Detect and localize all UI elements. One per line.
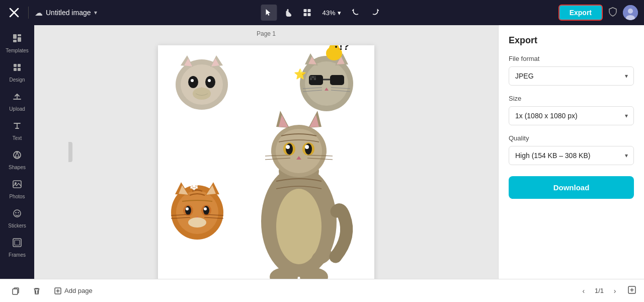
- svg-text:❄: ❄: [189, 180, 198, 193]
- user-avatar[interactable]: [623, 5, 638, 20]
- svg-rect-51: [312, 78, 314, 80]
- download-button[interactable]: Download: [509, 176, 634, 199]
- document-title: Untitled image: [46, 9, 91, 17]
- svg-text:!?: !?: [339, 45, 350, 52]
- svg-point-73: [186, 207, 189, 210]
- topbar-title-area[interactable]: ☁ Untitled image ▾: [35, 8, 97, 18]
- svg-point-32: [188, 76, 198, 88]
- document-icon: ☁: [35, 8, 43, 18]
- hand-tool-button[interactable]: [280, 5, 296, 21]
- export-panel: Export File format JPEG PNG SVG PDF ▾ Si…: [498, 25, 644, 279]
- toolbar-center: 43% ▾: [261, 5, 383, 21]
- size-select[interactable]: 1x (1080 x 1080 px) 2x (2160 x 2160 px) …: [509, 106, 634, 125]
- topbar-divider: [28, 7, 29, 19]
- sidebar-item-text[interactable]: Text: [3, 117, 31, 144]
- export-panel-title: Export: [509, 35, 634, 46]
- photos-label: Photos: [9, 194, 25, 199]
- svg-rect-4: [307, 9, 310, 12]
- svg-rect-48: [312, 76, 314, 78]
- sidebar-item-shapes[interactable]: Shapes: [3, 146, 31, 173]
- topbar: ☁ Untitled image ▾ 43% ▾: [0, 0, 644, 25]
- sidebar-item-templates[interactable]: Templates: [3, 29, 31, 56]
- svg-rect-3: [303, 9, 306, 12]
- stickers-icon: [12, 208, 22, 221]
- templates-label: Templates: [6, 48, 29, 53]
- canvas-area[interactable]: Page 1: [34, 25, 498, 279]
- upload-icon: [12, 92, 22, 104]
- svg-point-22: [15, 212, 16, 213]
- design-icon: [12, 62, 22, 75]
- zoom-chevron-icon: ▾: [338, 9, 341, 17]
- zoom-control[interactable]: 43% ▾: [318, 7, 345, 19]
- copy-page-button[interactable]: [8, 283, 23, 298]
- file-format-field: File format JPEG PNG SVG PDF ▾: [509, 55, 634, 86]
- page-label: Page 1: [257, 30, 276, 37]
- sidebar-item-frames[interactable]: Frames: [3, 234, 31, 261]
- canvas-page[interactable]: !? ⭐: [158, 45, 374, 279]
- quality-label: Quality: [509, 134, 634, 142]
- svg-rect-16: [14, 68, 17, 71]
- svg-point-23: [18, 212, 19, 213]
- svg-rect-10: [13, 34, 17, 39]
- svg-rect-25: [15, 240, 20, 245]
- photos-icon: [12, 179, 22, 192]
- svg-rect-50: [310, 78, 312, 80]
- quality-select[interactable]: Low Medium High (154 KB – 308 KB): [509, 146, 634, 165]
- sidebar-item-stickers[interactable]: Stickers: [3, 204, 31, 232]
- svg-marker-2: [266, 9, 270, 16]
- title-chevron-icon[interactable]: ▾: [94, 9, 97, 16]
- expand-button[interactable]: [628, 286, 636, 296]
- svg-point-20: [15, 182, 17, 184]
- canvas-wrapper: !? ⭐: [34, 25, 498, 279]
- add-page-label: Add page: [64, 287, 93, 294]
- upload-label: Upload: [9, 106, 25, 112]
- grid-tool-button[interactable]: [299, 5, 315, 21]
- redo-button[interactable]: [367, 5, 383, 21]
- svg-point-34: [191, 79, 194, 82]
- page-indicator: 1/1: [595, 287, 604, 294]
- topbar-right: Export: [558, 5, 638, 21]
- svg-point-83: [276, 189, 321, 264]
- frames-icon: [12, 238, 22, 250]
- file-format-select-wrapper: JPEG PNG SVG PDF ▾: [509, 66, 634, 86]
- svg-rect-45: [330, 75, 344, 85]
- select-tool-button[interactable]: [261, 5, 277, 21]
- add-page-button[interactable]: Add page: [50, 285, 97, 296]
- main-layout: Templates Design Upload: [0, 25, 644, 279]
- size-select-wrapper: 1x (1080 x 1080 px) 2x (2160 x 2160 px) …: [509, 106, 634, 125]
- delete-page-button[interactable]: [29, 283, 44, 298]
- size-label: Size: [509, 95, 634, 102]
- svg-rect-6: [307, 13, 310, 16]
- size-field: Size 1x (1080 x 1080 px) 2x (2160 x 2160…: [509, 95, 634, 125]
- pagination-area: ‹ 1/1 ›: [577, 284, 622, 298]
- text-label: Text: [13, 135, 22, 141]
- export-button[interactable]: Export: [558, 5, 603, 21]
- file-format-select[interactable]: JPEG PNG SVG PDF: [509, 66, 634, 86]
- svg-rect-15: [18, 64, 21, 67]
- zoom-value: 43%: [322, 9, 335, 17]
- stickers-label: Stickers: [8, 223, 26, 229]
- svg-point-8: [628, 9, 633, 14]
- sidebar-collapse-handle[interactable]: [68, 142, 72, 162]
- text-icon: [12, 121, 22, 133]
- sidebar-item-design[interactable]: Design: [3, 58, 31, 86]
- bottom-bar: Add page ‹ 1/1 ›: [0, 279, 644, 302]
- shapes-label: Shapes: [9, 165, 26, 170]
- app-logo[interactable]: [6, 5, 22, 21]
- svg-point-76: [188, 217, 206, 228]
- svg-point-70: [185, 206, 191, 215]
- svg-rect-5: [303, 13, 306, 16]
- quality-field: Quality Low Medium High (154 KB – 308 KB…: [509, 134, 634, 165]
- quality-select-wrapper: Low Medium High (154 KB – 308 KB) ▾: [509, 146, 634, 165]
- sidebar-item-photos[interactable]: Photos: [3, 175, 31, 202]
- svg-point-72: [203, 206, 209, 215]
- sidebar-item-upload[interactable]: Upload: [3, 88, 31, 115]
- svg-point-60: [335, 46, 337, 48]
- svg-rect-52: [314, 78, 316, 80]
- undo-button[interactable]: [348, 5, 364, 21]
- next-page-button[interactable]: ›: [608, 284, 622, 298]
- design-label: Design: [9, 77, 25, 83]
- svg-point-33: [205, 76, 215, 88]
- prev-page-button[interactable]: ‹: [577, 284, 591, 298]
- svg-point-37: [193, 88, 211, 100]
